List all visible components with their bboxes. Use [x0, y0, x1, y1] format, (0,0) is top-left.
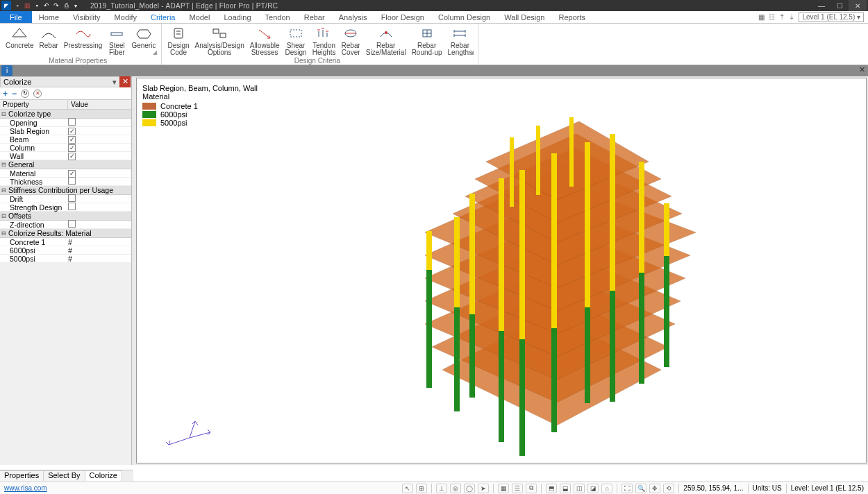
sb-circle-icon[interactable]: ◯: [464, 484, 475, 493]
btn-generic[interactable]: Generic: [128, 25, 158, 50]
sb-snap-icon[interactable]: ⊞: [416, 484, 427, 493]
level-combo[interactable]: Level 1 (EL 12.5) ▾: [799, 12, 864, 22]
panel-close-icon[interactable]: ✕: [119, 76, 131, 87]
align-icon[interactable]: ▦: [758, 13, 765, 21]
sb-layers2-icon[interactable]: ⧉: [526, 484, 537, 493]
btn-allowable-stresses[interactable]: Allowable Stresses: [247, 25, 283, 57]
section-header[interactable]: ⊟General: [0, 160, 131, 169]
checkbox[interactable]: [68, 177, 76, 185]
sb-side-icon[interactable]: ◫: [574, 484, 585, 493]
minimize-button[interactable]: —: [812, 0, 831, 11]
checkbox[interactable]: [68, 194, 76, 202]
property-row[interactable]: Beam: [0, 135, 131, 144]
redo-icon[interactable]: ↷: [51, 1, 61, 10]
up-icon[interactable]: ⇡: [779, 13, 785, 21]
new-icon[interactable]: ▫: [12, 1, 22, 10]
property-row[interactable]: Material: [0, 169, 131, 178]
panel-tab-properties[interactable]: Properties: [0, 470, 44, 481]
section-header[interactable]: ⊟Colorize type: [0, 110, 131, 119]
tab-home[interactable]: Home: [32, 11, 66, 23]
btn-steel-fiber[interactable]: Steel Fiber: [105, 25, 128, 57]
undo-icon[interactable]: ↶: [42, 1, 51, 10]
app-icon[interactable]: ◤: [1, 1, 11, 10]
property-row[interactable]: Z-direction: [0, 221, 131, 229]
btn-rebar[interactable]: Rebar: [37, 25, 61, 50]
btn-prestressing[interactable]: Prestressing: [61, 25, 106, 50]
tree-icon[interactable]: ☷: [769, 13, 775, 21]
sb-rotate-icon[interactable]: ⟲: [663, 484, 674, 493]
info-icon[interactable]: i: [1, 65, 12, 76]
btn-rebar-size[interactable]: Rebar Size/Material: [363, 25, 409, 57]
save-icon[interactable]: ▪: [32, 1, 42, 10]
pin-icon[interactable]: ▾: [110, 78, 119, 87]
sb-front-icon[interactable]: ⬓: [560, 484, 571, 493]
sb-ortho-icon[interactable]: ⊥: [436, 484, 447, 493]
btn-shear-design[interactable]: Shear Design: [283, 25, 310, 57]
btn-design-code[interactable]: Design Code: [165, 25, 192, 57]
tab-visibility[interactable]: Visibility: [66, 11, 108, 23]
maximize-button[interactable]: ☐: [831, 0, 849, 11]
qat-dropdown-icon[interactable]: ▼: [71, 1, 81, 10]
refresh-icon[interactable]: ↻: [21, 90, 29, 98]
section-header[interactable]: ⊟Colorize Results: Material: [0, 229, 131, 238]
btn-rebar-cover[interactable]: Rebar Cover: [339, 25, 363, 57]
tab-criteria[interactable]: Criteria: [144, 11, 182, 23]
dialog-launcher-icon[interactable]: ◢: [469, 49, 474, 58]
sb-level[interactable]: Level: Level 1 (EL 12.5): [791, 484, 864, 492]
property-row[interactable]: Column: [0, 144, 131, 152]
tab-wall-design[interactable]: Wall Design: [497, 11, 551, 23]
tab-modify[interactable]: Modify: [108, 11, 144, 23]
tab-rebar[interactable]: Rebar: [297, 11, 332, 23]
dialog-launcher-icon[interactable]: ◢: [153, 49, 157, 58]
btn-tendon-heights[interactable]: Tendon Heights: [310, 25, 339, 57]
print-icon[interactable]: ⎙: [61, 1, 71, 10]
sb-arrow-icon[interactable]: ➤: [478, 484, 489, 493]
property-row[interactable]: Slab Region: [0, 127, 131, 135]
sb-target-icon[interactable]: ◎: [450, 484, 461, 493]
btn-rebar-roundup[interactable]: Rebar Round-up: [409, 25, 445, 57]
close-button[interactable]: ✕: [849, 0, 867, 11]
panel-tab-colorize[interactable]: Colorize: [85, 470, 122, 481]
btn-concrete[interactable]: Concrete: [3, 25, 37, 50]
tab-analysis[interactable]: Analysis: [332, 11, 374, 23]
property-row[interactable]: Strength Design: [0, 203, 131, 212]
sb-zoomext-icon[interactable]: ⛶: [621, 484, 633, 493]
tab-file[interactable]: File: [0, 11, 32, 23]
tab-reports[interactable]: Reports: [551, 11, 592, 23]
tab-floor-design[interactable]: Floor Design: [374, 11, 431, 23]
info-close-icon[interactable]: ✕: [859, 65, 865, 74]
panel-tab-selectby[interactable]: Select By: [44, 470, 85, 481]
tab-tendon[interactable]: Tendon: [258, 11, 297, 23]
checkbox[interactable]: [68, 153, 76, 160]
sb-pan-icon[interactable]: ✥: [649, 484, 660, 493]
sb-zoomwin-icon[interactable]: 🔍: [635, 484, 646, 493]
open-icon[interactable]: ▥: [22, 1, 32, 10]
checkbox[interactable]: [68, 203, 76, 210]
tab-loading[interactable]: Loading: [217, 11, 258, 23]
sb-cursor-icon[interactable]: ↖: [402, 484, 413, 493]
risa-link[interactable]: www.risa.com: [0, 484, 47, 492]
sb-iso-icon[interactable]: ◪: [587, 484, 599, 493]
add-icon[interactable]: +: [3, 89, 8, 99]
property-row[interactable]: 6000psi#: [0, 246, 131, 255]
sb-units[interactable]: Units: US: [753, 484, 782, 492]
property-row[interactable]: 5000psi#: [0, 255, 131, 263]
section-header[interactable]: ⊟Stiffness Contribution per Usage: [0, 186, 131, 195]
property-row[interactable]: Opening: [0, 119, 131, 127]
clear-icon[interactable]: ✕: [33, 90, 42, 98]
checkbox[interactable]: [68, 220, 76, 228]
remove-icon[interactable]: −: [12, 89, 17, 99]
property-row[interactable]: Wall: [0, 152, 131, 160]
btn-analysis-options[interactable]: Analysis/Design Options: [192, 25, 247, 57]
sb-layers-icon[interactable]: ☰: [512, 484, 523, 493]
tab-column-design[interactable]: Column Design: [431, 11, 497, 23]
property-row[interactable]: Concrete 1#: [0, 238, 131, 246]
checkbox[interactable]: [68, 118, 76, 126]
viewport[interactable]: Slab Region, Beam, Column, Wall Material…: [136, 78, 867, 463]
down-icon[interactable]: ⇣: [789, 13, 794, 21]
property-row[interactable]: Drift: [0, 195, 131, 203]
section-header[interactable]: ⊟Offsets: [0, 212, 131, 221]
tab-model[interactable]: Model: [182, 11, 217, 23]
sb-grid-icon[interactable]: ▦: [498, 484, 509, 493]
sb-top-icon[interactable]: ⬒: [546, 484, 557, 493]
